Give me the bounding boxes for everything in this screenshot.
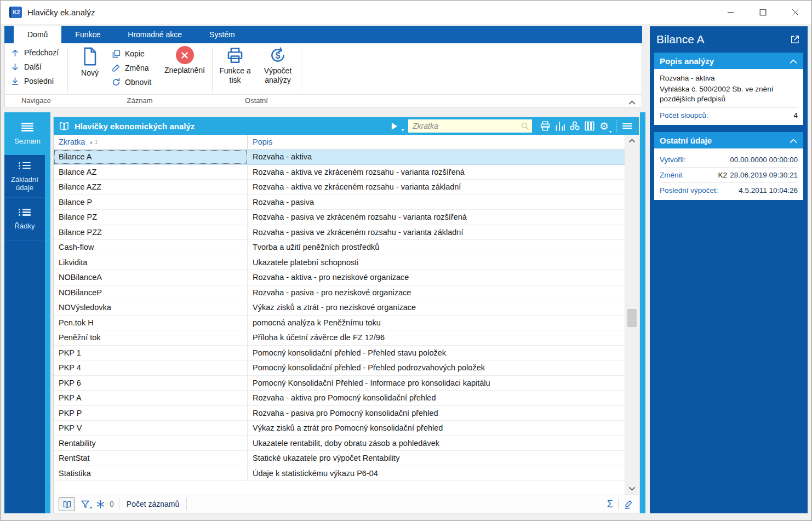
row-popis-cell[interactable]: Rozvaha - pasiva pro Pomocný konsolidačn… xyxy=(247,406,625,421)
table-row[interactable]: Bilance PZ Rozvaha - pasiva ve zkráceném… xyxy=(54,210,625,225)
row-zkratka-cell[interactable]: PKP 6 xyxy=(54,376,247,391)
table-row[interactable]: Statistika Údaje k statistickému výkazu … xyxy=(54,466,625,482)
row-zkratka-cell[interactable]: PKP 4 xyxy=(54,360,247,375)
close-button[interactable] xyxy=(779,1,811,24)
search-input[interactable] xyxy=(408,119,532,133)
panel-splitter[interactable] xyxy=(640,112,645,513)
previous-button[interactable]: Předchozí xyxy=(8,45,66,60)
row-zkratka-cell[interactable]: PKP P xyxy=(54,406,247,421)
maximize-button[interactable] xyxy=(747,1,779,24)
row-popis-cell[interactable]: Výkaz zisků a ztrát - pro neziskové orga… xyxy=(247,300,625,315)
row-popis-cell[interactable]: Rozvaha - aktiva ve zkráceném rozsahu - … xyxy=(247,180,625,194)
table-row[interactable]: Bilance PZZ Rozvaha - pasiva ve zkrácené… xyxy=(54,225,625,241)
row-zkratka-cell[interactable]: Pen.tok H xyxy=(54,316,247,330)
row-zkratka-cell[interactable]: Bilance P xyxy=(54,195,247,210)
column-header-popis[interactable]: Popis xyxy=(247,135,625,149)
row-popis-cell[interactable]: Pomocný konsolidační přehled - Přehled p… xyxy=(247,360,625,375)
invalidate-button[interactable]: Zneplatnění xyxy=(159,46,210,75)
card-header[interactable]: Ostatní údaje xyxy=(654,132,803,148)
row-popis-cell[interactable]: Rozvaha - aktiva pro Pomocný konsolidačn… xyxy=(247,391,625,405)
row-popis-cell[interactable]: Statické ukazatele pro výpočet Rentabili… xyxy=(247,451,625,466)
row-zkratka-cell[interactable]: Bilance A xyxy=(54,150,247,164)
sidebar-item-radky[interactable]: Řádky xyxy=(4,198,45,241)
ribbon-tab-hromadne-akce[interactable]: Hromadné akce xyxy=(114,26,196,43)
row-zkratka-cell[interactable]: NOBilanceP xyxy=(54,285,247,300)
row-popis-cell[interactable]: Rozvaha - aktiva - pro neziskové organiz… xyxy=(247,270,625,285)
sidebar-item-zakladni-udaje[interactable]: Základní údaje xyxy=(4,155,45,198)
olap-cube-icon[interactable] xyxy=(567,119,582,133)
table-row[interactable]: Peněžní tok Příloha k účetní závěrce dle… xyxy=(54,330,625,346)
card-header[interactable]: Popis analýzy xyxy=(654,53,803,69)
row-zkratka-cell[interactable]: RentStat xyxy=(54,451,247,466)
ribbon-tab-funkce[interactable]: Funkce xyxy=(61,26,114,43)
table-row[interactable]: Bilance A Rozvaha - aktiva xyxy=(54,150,625,165)
edit-pencil-icon[interactable] xyxy=(624,499,634,509)
table-row[interactable]: Bilance P Rozvaha - pasiva xyxy=(54,195,625,210)
table-row[interactable]: PKP 6 Pomocný Konsolidační Přehled - Inf… xyxy=(54,376,625,391)
last-button[interactable]: Poslední xyxy=(8,74,66,88)
row-zkratka-cell[interactable]: PKP A xyxy=(54,391,247,405)
row-popis-cell[interactable]: Pomocný konsolidační přehled - Přehled s… xyxy=(247,346,625,360)
scroll-up-arrow[interactable] xyxy=(625,136,639,145)
row-zkratka-cell[interactable]: PKP 1 xyxy=(54,346,247,360)
table-row[interactable]: Cash-flow Tvorba a užití peněžních prost… xyxy=(54,240,625,255)
freeze-snowflake-icon[interactable] xyxy=(95,499,106,509)
sidebar-item-seznam[interactable]: Seznam xyxy=(4,112,50,155)
minimize-button[interactable] xyxy=(714,1,747,24)
row-zkratka-cell[interactable]: Bilance AZ xyxy=(54,165,247,180)
table-row[interactable]: Likvidita Ukazatele platební schopnosti xyxy=(54,255,625,271)
row-zkratka-cell[interactable]: Cash-flow xyxy=(54,240,247,255)
row-popis-cell[interactable]: Rozvaha - aktiva ve zkráceném rozsahu - … xyxy=(247,165,625,180)
table-row[interactable]: NOBilanceA Rozvaha - aktiva - pro nezisk… xyxy=(54,270,625,285)
ribbon-tab-domu[interactable]: Domů xyxy=(14,26,61,43)
collapse-chevron-icon[interactable] xyxy=(789,138,798,144)
row-popis-cell[interactable]: Ukazatele rentabilit, doby obratu zásob … xyxy=(247,436,625,451)
table-row[interactable]: Pen.tok H pomocná analýza k Peněžnímu to… xyxy=(54,316,625,331)
filter-icon[interactable]: ▾ xyxy=(80,499,90,509)
row-zkratka-cell[interactable]: Rentability xyxy=(54,436,247,451)
table-row[interactable]: Bilance AZZ Rozvaha - aktiva ve zkrácené… xyxy=(54,180,625,195)
row-zkratka-cell[interactable]: NOVýsledovka xyxy=(54,300,247,315)
new-button[interactable]: Nový xyxy=(74,46,106,78)
scroll-thumb[interactable] xyxy=(627,309,637,327)
sum-sigma-icon[interactable]: Σ xyxy=(607,499,613,510)
table-row[interactable]: NOVýsledovka Výkaz zisků a ztrát - pro n… xyxy=(54,300,625,316)
row-popis-cell[interactable]: Rozvaha - pasiva - pro neziskové organiz… xyxy=(247,285,625,300)
row-zkratka-cell[interactable]: Bilance PZZ xyxy=(54,225,247,240)
table-row[interactable]: PKP V Výkaz zisků a ztrát pro Pomocný ko… xyxy=(54,421,625,436)
row-popis-cell[interactable]: Rozvaha - aktiva xyxy=(247,150,625,164)
row-zkratka-cell[interactable]: Peněžní tok xyxy=(54,330,247,345)
table-row[interactable]: Bilance AZ Rozvaha - aktiva ve zkráceném… xyxy=(54,165,625,180)
next-button[interactable]: Další xyxy=(8,60,66,74)
table-row[interactable]: PKP 1 Pomocný konsolidační přehled - Pře… xyxy=(54,346,625,361)
menu-hamburger-icon[interactable] xyxy=(620,119,634,133)
chart-icon[interactable] xyxy=(552,119,567,133)
row-popis-cell[interactable]: Výkaz zisků a ztrát pro Pomocný konsolid… xyxy=(247,421,625,436)
row-zkratka-cell[interactable]: PKP V xyxy=(54,421,247,436)
row-zkratka-cell[interactable]: Likvidita xyxy=(54,255,247,270)
collapse-ribbon-chevron[interactable] xyxy=(628,99,636,105)
row-zkratka-cell[interactable]: Bilance AZZ xyxy=(54,180,247,194)
row-popis-cell[interactable]: Údaje k statistickému výkazu P6-04 xyxy=(247,466,625,481)
row-popis-cell[interactable]: pomocná analýza k Peněžnímu toku xyxy=(247,316,625,330)
row-zkratka-cell[interactable]: Statistika xyxy=(54,466,247,481)
row-popis-cell[interactable]: Rozvaha - pasiva ve zkráceném rozsahu - … xyxy=(247,210,625,225)
columns-icon[interactable] xyxy=(582,119,597,133)
column-header-zkratka[interactable]: Zkratka ▲ 1 xyxy=(54,135,247,149)
table-row[interactable]: RentStat Statické ukazatele pro výpočet … xyxy=(54,451,625,466)
row-zkratka-cell[interactable]: NOBilanceA xyxy=(54,270,247,285)
table-row[interactable]: Rentability Ukazatele rentabilit, doby o… xyxy=(54,436,625,451)
table-row[interactable]: PKP A Rozvaha - aktiva pro Pomocný konso… xyxy=(54,391,625,406)
ribbon-tab-system[interactable]: Systém xyxy=(196,26,249,43)
table-row[interactable]: PKP 4 Pomocný konsolidační přehled - Pře… xyxy=(54,360,625,376)
row-popis-cell[interactable]: Rozvaha - pasiva ve zkráceném rozsahu - … xyxy=(247,225,625,240)
scroll-down-arrow[interactable] xyxy=(625,484,639,494)
functions-print-button[interactable]: Funkce a tisk xyxy=(215,46,255,85)
row-popis-cell[interactable]: Tvorba a užití peněžních prostředků xyxy=(247,240,625,255)
print-grid-icon[interactable] xyxy=(537,119,552,133)
collapse-chevron-icon[interactable] xyxy=(789,58,798,64)
records-count-label[interactable]: Počet záznamů xyxy=(124,500,182,508)
open-in-window-icon[interactable] xyxy=(790,34,800,45)
settings-gear-icon[interactable]: ⚙▾ xyxy=(597,119,611,133)
table-row[interactable]: NOBilanceP Rozvaha - pasiva - pro nezisk… xyxy=(54,285,625,301)
